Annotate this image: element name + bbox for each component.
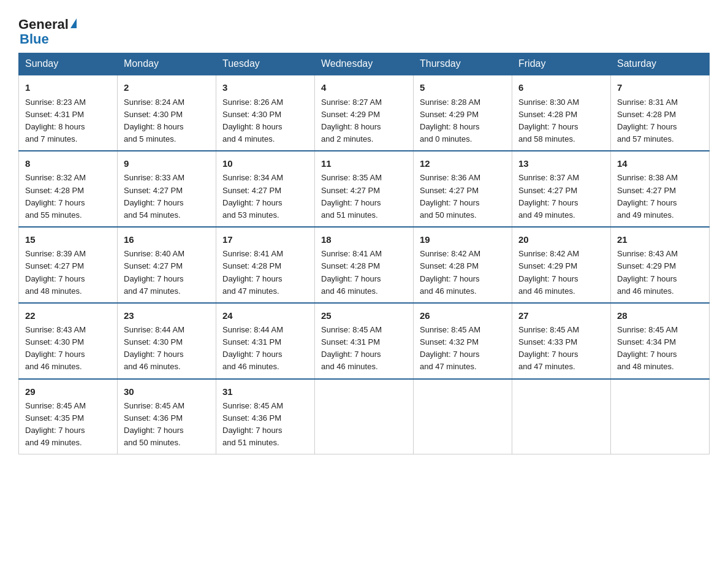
weekday-header-tuesday: Tuesday — [216, 53, 315, 75]
weekday-header-sunday: Sunday — [19, 53, 118, 75]
day-number: 15 — [25, 232, 111, 247]
day-number: 14 — [617, 156, 703, 170]
calendar-cell-week2-day2: 9Sunrise: 8:33 AMSunset: 4:27 PMDaylight… — [118, 151, 216, 227]
day-number: 16 — [124, 232, 210, 247]
calendar-week-3: 15Sunrise: 8:39 AMSunset: 4:27 PMDayligh… — [19, 227, 710, 303]
calendar-cell-week3-day7: 21Sunrise: 8:43 AMSunset: 4:29 PMDayligh… — [611, 227, 710, 303]
calendar-cell-week5-day7 — [611, 379, 710, 454]
calendar-cell-week3-day1: 15Sunrise: 8:39 AMSunset: 4:27 PMDayligh… — [19, 227, 118, 303]
calendar-body: 1Sunrise: 8:23 AMSunset: 4:31 PMDaylight… — [19, 75, 710, 454]
calendar-cell-week4-day1: 22Sunrise: 8:43 AMSunset: 4:30 PMDayligh… — [19, 303, 118, 379]
day-info: Sunrise: 8:40 AMSunset: 4:27 PMDaylight:… — [124, 248, 210, 297]
day-number: 29 — [25, 385, 111, 399]
weekday-header-monday: Monday — [118, 53, 216, 75]
day-info: Sunrise: 8:37 AMSunset: 4:27 PMDaylight:… — [518, 172, 604, 221]
calendar-cell-week1-day1: 1Sunrise: 8:23 AMSunset: 4:31 PMDaylight… — [19, 75, 118, 151]
day-number: 31 — [222, 385, 308, 399]
day-number: 5 — [420, 80, 506, 94]
day-number: 28 — [617, 308, 703, 323]
day-info: Sunrise: 8:35 AMSunset: 4:27 PMDaylight:… — [321, 172, 407, 221]
day-number: 7 — [617, 80, 703, 94]
weekday-header-thursday: Thursday — [414, 53, 512, 75]
day-info: Sunrise: 8:34 AMSunset: 4:27 PMDaylight:… — [222, 172, 308, 221]
day-info: Sunrise: 8:42 AMSunset: 4:29 PMDaylight:… — [518, 248, 604, 297]
day-info: Sunrise: 8:38 AMSunset: 4:27 PMDaylight:… — [617, 172, 703, 221]
weekday-header-friday: Friday — [512, 53, 611, 75]
day-info: Sunrise: 8:44 AMSunset: 4:31 PMDaylight:… — [222, 324, 308, 373]
day-info: Sunrise: 8:41 AMSunset: 4:28 PMDaylight:… — [222, 248, 308, 297]
day-info: Sunrise: 8:43 AMSunset: 4:30 PMDaylight:… — [25, 324, 111, 373]
day-number: 17 — [222, 232, 308, 247]
weekday-header-wednesday: Wednesday — [315, 53, 414, 75]
calendar-cell-week4-day6: 27Sunrise: 8:45 AMSunset: 4:33 PMDayligh… — [512, 303, 611, 379]
day-info: Sunrise: 8:28 AMSunset: 4:29 PMDaylight:… — [420, 96, 506, 146]
calendar-cell-week5-day4 — [315, 379, 414, 454]
calendar-cell-week5-day6 — [512, 379, 611, 454]
day-number: 13 — [518, 156, 604, 170]
calendar-cell-week5-day2: 30Sunrise: 8:45 AMSunset: 4:36 PMDayligh… — [118, 379, 216, 454]
day-number: 22 — [25, 308, 111, 323]
calendar-cell-week4-day3: 24Sunrise: 8:44 AMSunset: 4:31 PMDayligh… — [216, 303, 315, 379]
day-info: Sunrise: 8:44 AMSunset: 4:30 PMDaylight:… — [124, 324, 210, 373]
calendar-week-1: 1Sunrise: 8:23 AMSunset: 4:31 PMDaylight… — [19, 75, 710, 151]
day-number: 27 — [518, 308, 604, 323]
logo-triangle-icon — [70, 18, 77, 28]
day-info: Sunrise: 8:45 AMSunset: 4:36 PMDaylight:… — [124, 400, 210, 450]
calendar-cell-week4-day5: 26Sunrise: 8:45 AMSunset: 4:32 PMDayligh… — [414, 303, 512, 379]
day-info: Sunrise: 8:33 AMSunset: 4:27 PMDaylight:… — [124, 172, 210, 221]
day-number: 4 — [321, 80, 407, 94]
calendar-cell-week2-day1: 8Sunrise: 8:32 AMSunset: 4:28 PMDaylight… — [19, 151, 118, 227]
day-info: Sunrise: 8:32 AMSunset: 4:28 PMDaylight:… — [25, 172, 111, 221]
weekday-header-row: SundayMondayTuesdayWednesdayThursdayFrid… — [19, 53, 710, 75]
day-info: Sunrise: 8:45 AMSunset: 4:33 PMDaylight:… — [518, 324, 604, 373]
calendar-cell-week4-day4: 25Sunrise: 8:45 AMSunset: 4:31 PMDayligh… — [315, 303, 414, 379]
calendar-cell-week4-day2: 23Sunrise: 8:44 AMSunset: 4:30 PMDayligh… — [118, 303, 216, 379]
weekday-header-saturday: Saturday — [611, 53, 710, 75]
day-info: Sunrise: 8:43 AMSunset: 4:29 PMDaylight:… — [617, 248, 703, 297]
day-info: Sunrise: 8:36 AMSunset: 4:27 PMDaylight:… — [420, 172, 506, 221]
logo-blue: Blue — [20, 32, 49, 47]
day-number: 23 — [124, 308, 210, 323]
day-info: Sunrise: 8:26 AMSunset: 4:30 PMDaylight:… — [222, 96, 308, 146]
calendar-table: SundayMondayTuesdayWednesdayThursdayFrid… — [18, 53, 710, 454]
day-info: Sunrise: 8:27 AMSunset: 4:29 PMDaylight:… — [321, 96, 407, 146]
calendar-cell-week5-day1: 29Sunrise: 8:45 AMSunset: 4:35 PMDayligh… — [19, 379, 118, 454]
day-info: Sunrise: 8:31 AMSunset: 4:28 PMDaylight:… — [617, 96, 703, 146]
calendar-cell-week2-day3: 10Sunrise: 8:34 AMSunset: 4:27 PMDayligh… — [216, 151, 315, 227]
day-number: 30 — [124, 385, 210, 399]
calendar-cell-week1-day5: 5Sunrise: 8:28 AMSunset: 4:29 PMDaylight… — [414, 75, 512, 151]
calendar-cell-week3-day4: 18Sunrise: 8:41 AMSunset: 4:28 PMDayligh… — [315, 227, 414, 303]
day-number: 24 — [222, 308, 308, 323]
day-number: 3 — [222, 80, 308, 94]
day-number: 20 — [518, 232, 604, 247]
day-number: 8 — [25, 156, 111, 170]
day-number: 1 — [25, 80, 111, 94]
day-info: Sunrise: 8:42 AMSunset: 4:28 PMDaylight:… — [420, 248, 506, 297]
day-info: Sunrise: 8:45 AMSunset: 4:36 PMDaylight:… — [222, 400, 308, 450]
day-number: 11 — [321, 156, 407, 170]
calendar-cell-week1-day2: 2Sunrise: 8:24 AMSunset: 4:30 PMDaylight… — [118, 75, 216, 151]
calendar-cell-week1-day4: 4Sunrise: 8:27 AMSunset: 4:29 PMDaylight… — [315, 75, 414, 151]
day-number: 18 — [321, 232, 407, 247]
day-number: 12 — [420, 156, 506, 170]
day-number: 9 — [124, 156, 210, 170]
logo-general: General — [18, 17, 69, 32]
day-info: Sunrise: 8:45 AMSunset: 4:35 PMDaylight:… — [25, 400, 111, 450]
calendar-cell-week1-day7: 7Sunrise: 8:31 AMSunset: 4:28 PMDaylight… — [611, 75, 710, 151]
day-number: 6 — [518, 80, 604, 94]
day-info: Sunrise: 8:45 AMSunset: 4:32 PMDaylight:… — [420, 324, 506, 373]
day-info: Sunrise: 8:45 AMSunset: 4:31 PMDaylight:… — [321, 324, 407, 373]
calendar-cell-week4-day7: 28Sunrise: 8:45 AMSunset: 4:34 PMDayligh… — [611, 303, 710, 379]
calendar-week-2: 8Sunrise: 8:32 AMSunset: 4:28 PMDaylight… — [19, 151, 710, 227]
day-info: Sunrise: 8:23 AMSunset: 4:31 PMDaylight:… — [25, 96, 111, 146]
calendar-cell-week2-day4: 11Sunrise: 8:35 AMSunset: 4:27 PMDayligh… — [315, 151, 414, 227]
day-info: Sunrise: 8:41 AMSunset: 4:28 PMDaylight:… — [321, 248, 407, 297]
calendar-week-4: 22Sunrise: 8:43 AMSunset: 4:30 PMDayligh… — [19, 303, 710, 379]
calendar-cell-week5-day3: 31Sunrise: 8:45 AMSunset: 4:36 PMDayligh… — [216, 379, 315, 454]
calendar-cell-week3-day5: 19Sunrise: 8:42 AMSunset: 4:28 PMDayligh… — [414, 227, 512, 303]
day-number: 19 — [420, 232, 506, 247]
calendar-cell-week2-day6: 13Sunrise: 8:37 AMSunset: 4:27 PMDayligh… — [512, 151, 611, 227]
day-info: Sunrise: 8:45 AMSunset: 4:34 PMDaylight:… — [617, 324, 703, 373]
day-number: 25 — [321, 308, 407, 323]
calendar-cell-week2-day7: 14Sunrise: 8:38 AMSunset: 4:27 PMDayligh… — [611, 151, 710, 227]
